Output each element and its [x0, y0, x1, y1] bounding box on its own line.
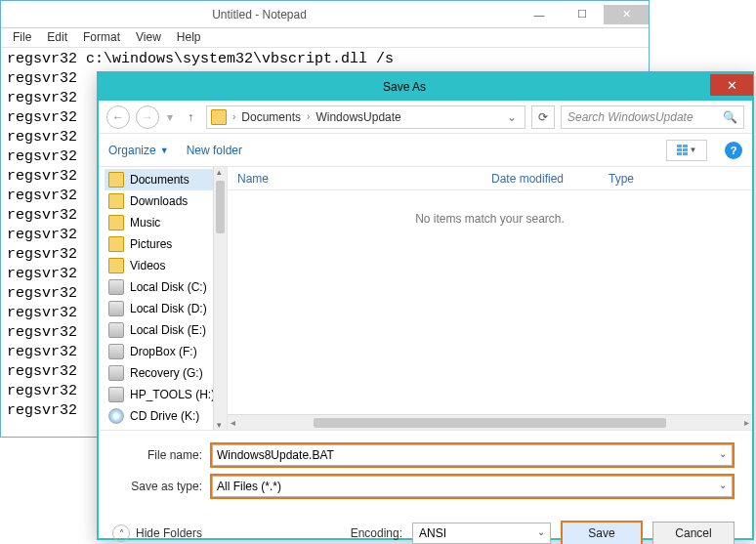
tree-item-label: Local Disk (D:)	[130, 302, 207, 315]
disk-icon	[108, 301, 124, 316]
chevron-down-icon: ▼	[160, 146, 169, 155]
savetype-label: Save as type:	[128, 480, 210, 493]
tree-item-dropbox-f-[interactable]: DropBox (F:)	[105, 341, 227, 362]
chevron-right-icon[interactable]: ›	[303, 111, 314, 122]
tree-scrollbar[interactable]	[213, 167, 227, 430]
tree-item-label: Pictures	[130, 237, 172, 251]
saveas-navbar: ← → ▾ ↑ › Documents › WindowsUpdate ⌄ ⟳ …	[99, 101, 752, 134]
h-scrollbar[interactable]: ◂▸	[228, 414, 752, 430]
search-input[interactable]: Search WindowsUpdate 🔍	[561, 105, 744, 129]
tree-item-videos[interactable]: Videos	[105, 255, 227, 276]
menu-file[interactable]: File	[7, 30, 37, 45]
breadcrumb-dropdown[interactable]: ⌄	[507, 110, 517, 124]
breadcrumb-item-windowsupdate[interactable]: WindowsUpdate	[315, 110, 400, 124]
savetype-select[interactable]: All Files (*.*)	[212, 476, 733, 497]
filename-label: File name:	[128, 448, 210, 462]
chevron-down-icon: ▼	[690, 146, 697, 154]
tree-item-local-disk-c-[interactable]: Local Disk (C:)	[105, 276, 227, 298]
scrollbar-thumb[interactable]	[314, 418, 666, 428]
disk-icon	[108, 279, 124, 295]
filename-input[interactable]	[212, 444, 733, 466]
hide-folders-label: Hide Folders	[136, 526, 202, 540]
cancel-button[interactable]: Cancel	[652, 522, 735, 544]
folder-icon	[108, 172, 124, 188]
maximize-button[interactable]: ☐	[561, 5, 604, 24]
save-button[interactable]: Save	[561, 521, 643, 544]
hide-folders-button[interactable]: ˄ Hide Folders	[112, 524, 202, 542]
file-list[interactable]: Name Date modified Type No items match y…	[228, 167, 752, 430]
nav-back-button[interactable]: ←	[106, 105, 130, 129]
view-options-button[interactable]: ▼	[666, 140, 707, 161]
tree-item-local-disk-e-[interactable]: Local Disk (E:)	[105, 319, 227, 341]
folder-icon	[108, 215, 124, 230]
save-as-dialog: Save As ✕ ← → ▾ ↑ › Documents › WindowsU…	[97, 71, 754, 540]
tree-item-hp-tools-h-[interactable]: HP_TOOLS (H:)	[105, 384, 227, 405]
tree-item-label: HP_TOOLS (H:)	[130, 388, 215, 401]
notepad-titlebar[interactable]: Untitled - Notepad — ☐ ✕	[1, 1, 649, 28]
tree-item-cd-drive-k-[interactable]: CD Drive (K:)	[105, 405, 227, 427]
empty-message: No items match your search.	[228, 190, 752, 414]
search-icon: 🔍	[723, 110, 737, 124]
cd-icon	[108, 408, 124, 424]
breadcrumb[interactable]: › Documents › WindowsUpdate ⌄	[206, 105, 525, 129]
tree-item-music[interactable]: Music	[105, 212, 227, 233]
menu-help[interactable]: Help	[171, 30, 207, 45]
nav-up-button[interactable]: ↑	[181, 107, 200, 127]
tree-item-documents[interactable]: Documents	[105, 169, 227, 190]
folder-tree[interactable]: DocumentsDownloadsMusicPicturesVideosLoc…	[99, 167, 228, 430]
tree-item-local-disk-d-[interactable]: Local Disk (D:)	[105, 298, 227, 319]
folder-icon	[108, 258, 124, 273]
saveas-titlebar[interactable]: Save As ✕	[99, 73, 752, 101]
tree-item-label: Videos	[130, 259, 165, 272]
folder-icon	[108, 193, 124, 209]
disk-icon	[108, 365, 124, 381]
view-grid-icon	[677, 145, 688, 155]
tree-item-label: CD Drive (K:)	[130, 409, 199, 423]
tree-item-pictures[interactable]: Pictures	[105, 233, 227, 255]
notepad-menubar: File Edit Format View Help	[1, 28, 649, 48]
folder-icon	[211, 109, 227, 125]
column-type[interactable]: Type	[609, 172, 752, 186]
saveas-close-button[interactable]: ✕	[710, 74, 753, 96]
tree-item-recovery-g-[interactable]: Recovery (G:)	[105, 362, 227, 384]
chevron-right-icon[interactable]: ›	[229, 111, 239, 122]
tree-item-label: Recovery (G:)	[130, 366, 203, 380]
refresh-button[interactable]: ⟳	[531, 105, 555, 129]
tree-item-label: Documents	[130, 173, 189, 187]
tree-item-label: Local Disk (C:)	[130, 280, 207, 294]
new-folder-button[interactable]: New folder	[187, 144, 242, 157]
notepad-title: Untitled - Notepad	[1, 8, 518, 21]
tree-item-label: Local Disk (E:)	[130, 323, 206, 337]
menu-edit[interactable]: Edit	[41, 30, 73, 45]
tree-item-downloads[interactable]: Downloads	[105, 190, 227, 212]
tree-item-label: DropBox (F:)	[130, 345, 197, 358]
breadcrumb-item-documents[interactable]: Documents	[241, 110, 301, 124]
minimize-button[interactable]: —	[518, 5, 561, 24]
chevron-up-icon: ˄	[112, 524, 130, 542]
encoding-select[interactable]: ANSI	[412, 523, 551, 544]
tree-item-label: Downloads	[130, 194, 188, 208]
menu-view[interactable]: View	[130, 30, 167, 45]
column-date[interactable]: Date modified	[491, 172, 609, 186]
column-name[interactable]: Name	[237, 172, 491, 186]
organize-button[interactable]: Organize ▼	[108, 144, 169, 157]
tree-item-label: Music	[130, 216, 160, 230]
saveas-title: Save As	[99, 80, 710, 94]
scrollbar-thumb[interactable]	[216, 181, 225, 233]
disk-icon	[108, 387, 124, 402]
list-header: Name Date modified Type	[228, 167, 752, 190]
folder-icon	[108, 236, 124, 252]
encoding-label: Encoding:	[351, 526, 402, 540]
nav-forward-button[interactable]: →	[136, 105, 159, 129]
nav-recent-dropdown[interactable]: ▾	[165, 110, 175, 124]
menu-format[interactable]: Format	[77, 30, 126, 45]
help-button[interactable]: ?	[725, 142, 742, 159]
search-placeholder: Search WindowsUpdate	[567, 110, 693, 124]
saveas-toolbar: Organize ▼ New folder ▼ ?	[99, 134, 752, 167]
disk-icon	[108, 344, 124, 359]
close-button[interactable]: ✕	[604, 5, 649, 24]
disk-icon	[108, 322, 124, 338]
